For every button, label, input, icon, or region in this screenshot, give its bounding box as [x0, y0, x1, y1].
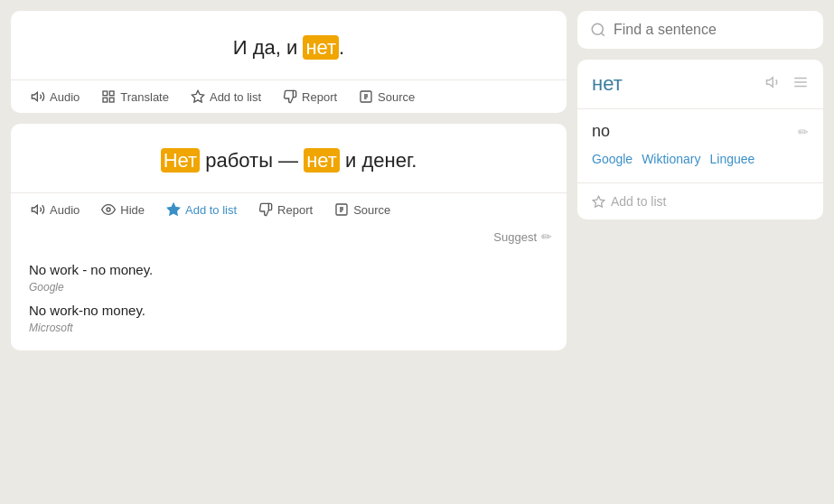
- suggest-row: Suggest ✏: [11, 226, 567, 249]
- card-actions-2: Audio Hide Add to list Report Source: [11, 192, 567, 226]
- translate-label-1: Translate: [120, 90, 169, 104]
- search-icon: [590, 22, 606, 38]
- report-label-2: Report: [277, 203, 313, 217]
- word-text: нет: [592, 72, 623, 96]
- sentence-part: и денег.: [340, 149, 417, 172]
- svg-rect-2: [110, 91, 115, 96]
- search-card: [577, 11, 823, 49]
- source-button-2[interactable]: Source: [323, 193, 401, 226]
- report-label-1: Report: [302, 90, 337, 104]
- word-add-star-icon: [592, 195, 605, 209]
- audio-icon-1: [31, 89, 45, 104]
- word-links: Google Wiktionary Linguee: [592, 152, 809, 166]
- svg-marker-0: [32, 92, 37, 100]
- svg-marker-12: [167, 203, 179, 215]
- translation-source-1: Google: [29, 279, 548, 301]
- suggest-label: Suggest: [493, 230, 537, 244]
- source-label-1: Source: [378, 90, 415, 104]
- audio-label-2: Audio: [50, 203, 80, 217]
- translation-area: No work - no money. Google No work-no mo…: [11, 249, 567, 350]
- svg-rect-4: [110, 98, 115, 102]
- hide-button-2[interactable]: Hide: [90, 193, 155, 226]
- highlighted-word-2a: Нет: [161, 148, 200, 173]
- source-label-2: Source: [353, 203, 390, 217]
- word-header: нет: [577, 60, 823, 109]
- source-button-1[interactable]: Source: [348, 80, 426, 113]
- source-icon-2: [334, 202, 349, 217]
- right-panel: нет no ✏ Google Wiktionary Linguee: [577, 11, 823, 493]
- search-input[interactable]: [614, 22, 811, 38]
- audio-icon-2: [31, 202, 45, 217]
- sentence-text-1: И да, и нет.: [11, 11, 567, 79]
- hide-icon-2: [101, 202, 116, 217]
- report-icon-2: [258, 202, 273, 217]
- translate-icon-1: [101, 89, 116, 104]
- svg-line-18: [601, 33, 604, 35]
- word-meaning-row: no ✏: [592, 122, 809, 141]
- audio-label-1: Audio: [50, 90, 80, 104]
- svg-rect-1: [103, 91, 108, 96]
- svg-marker-5: [192, 90, 203, 102]
- svg-point-11: [107, 208, 110, 211]
- add-to-list-button-2[interactable]: Add to list: [155, 193, 248, 226]
- linguee-link[interactable]: Linguee: [710, 152, 755, 166]
- highlighted-word-2b: нет: [304, 148, 340, 173]
- svg-rect-3: [103, 98, 108, 102]
- wiktionary-link[interactable]: Wiktionary: [642, 152, 700, 166]
- report-icon-1: [283, 89, 297, 104]
- hide-label-2: Hide: [120, 203, 145, 217]
- suggest-edit-icon[interactable]: ✏: [541, 229, 552, 244]
- word-body: no ✏ Google Wiktionary Linguee: [577, 109, 823, 182]
- add-to-list-label-2: Add to list: [185, 203, 237, 217]
- word-meaning: no: [592, 122, 610, 141]
- word-edit-icon[interactable]: ✏: [798, 125, 809, 139]
- word-icons: [765, 74, 809, 95]
- card-actions-1: Audio Translate Add to list Report Sourc…: [11, 79, 567, 113]
- svg-marker-10: [32, 205, 37, 213]
- star-icon-1: [191, 89, 205, 104]
- word-audio-icon[interactable]: [765, 74, 782, 95]
- translation-text-1: No work - no money.: [29, 260, 548, 279]
- left-panel: И да, и нет. Audio Translate Add to list…: [11, 11, 567, 493]
- report-button-2[interactable]: Report: [248, 193, 323, 226]
- star-icon-2: [166, 202, 181, 217]
- add-to-list-label-1: Add to list: [210, 90, 261, 104]
- svg-point-17: [592, 23, 603, 34]
- translate-button-1[interactable]: Translate: [90, 80, 180, 113]
- sentence-text-2: Нет работы — нет и денег.: [11, 124, 567, 192]
- audio-button-1[interactable]: Audio: [20, 80, 90, 113]
- highlighted-word-1: нет: [303, 35, 339, 60]
- add-to-list-button-1[interactable]: Add to list: [180, 80, 272, 113]
- sentence-part: .: [339, 36, 344, 59]
- word-add-to-list-button[interactable]: Add to list: [577, 182, 823, 219]
- audio-button-2[interactable]: Audio: [20, 193, 90, 226]
- word-menu-icon[interactable]: [792, 74, 809, 95]
- svg-marker-19: [767, 77, 773, 87]
- sentence-card-1: И да, и нет. Audio Translate Add to list…: [11, 11, 567, 113]
- sentence-part: И да, и: [233, 36, 304, 59]
- svg-marker-23: [593, 196, 604, 207]
- google-link[interactable]: Google: [592, 152, 633, 166]
- sentence-card-2: Нет работы — нет и денег. Audio Hide Add…: [11, 124, 567, 350]
- report-button-1[interactable]: Report: [272, 80, 348, 113]
- word-card: нет no ✏ Google Wiktionary Linguee: [577, 60, 823, 219]
- translation-source-2: Microsoft: [29, 320, 548, 341]
- word-add-label: Add to list: [611, 194, 666, 209]
- source-icon-1: [359, 89, 373, 104]
- translation-text-2: No work-no money.: [29, 301, 548, 320]
- sentence-part: работы —: [200, 149, 304, 172]
